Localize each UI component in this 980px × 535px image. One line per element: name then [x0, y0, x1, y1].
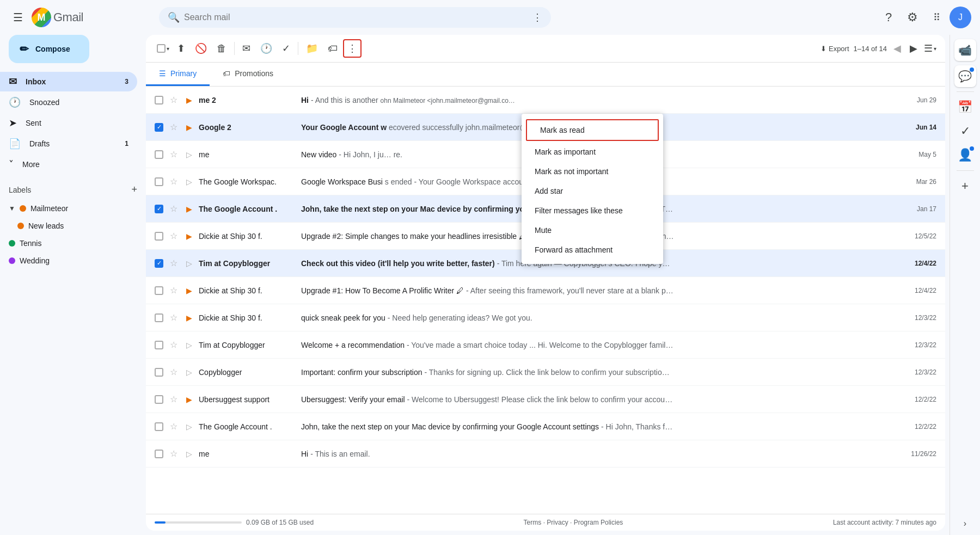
avatar[interactable]: J: [950, 7, 971, 28]
move-to-button[interactable]: 📁: [302, 39, 322, 58]
label-button[interactable]: 🏷: [323, 40, 342, 58]
tab-primary[interactable]: ☰ Primary: [146, 63, 210, 86]
nav-item-more[interactable]: ˅ More: [0, 155, 137, 174]
right-panel-contacts-icon[interactable]: 👤: [954, 144, 976, 166]
search-options-icon[interactable]: ⋮: [532, 11, 542, 23]
context-menu-item-add-star[interactable]: Add star: [522, 181, 663, 201]
important-button[interactable]: ▷: [184, 175, 194, 188]
row-checkbox[interactable]: [155, 286, 163, 295]
next-page-button[interactable]: ▶: [908, 40, 920, 57]
row-checkbox[interactable]: [155, 313, 163, 322]
row-checkbox[interactable]: [155, 341, 163, 349]
right-panel-meet-icon[interactable]: 📹: [954, 39, 976, 61]
help-icon[interactable]: ?: [878, 7, 899, 28]
settings-icon[interactable]: ⚙: [902, 7, 923, 28]
row-checkbox[interactable]: ✓: [155, 259, 163, 268]
table-row[interactable]: ☆ ▷ Copyblogger Important: confirm your …: [146, 359, 945, 386]
add-label-icon[interactable]: +: [131, 184, 137, 195]
right-panel-calendar-icon[interactable]: 📅: [954, 96, 976, 118]
export-button[interactable]: ⬇ Export: [820, 45, 849, 53]
table-row[interactable]: ☆ ▶ Ubersuggest support Ubersuggest: Ver…: [146, 386, 945, 413]
label-item-tennis[interactable]: Tennis: [0, 235, 146, 252]
right-panel-tasks-icon[interactable]: ✓: [954, 120, 976, 142]
right-panel-expand-icon[interactable]: ›: [961, 516, 969, 531]
nav-item-drafts[interactable]: 📄 Drafts 1: [0, 134, 137, 153]
nav-item-inbox[interactable]: ✉ Inbox 3: [0, 72, 137, 91]
table-row[interactable]: ☆ ▷ Tim at Copyblogger Welcome + a recom…: [146, 331, 945, 359]
row-checkbox[interactable]: [155, 450, 163, 458]
table-row[interactable]: ☆ ▷ The Google Account . John, take the …: [146, 413, 945, 440]
star-button[interactable]: ☆: [168, 93, 180, 107]
label-item-mailmeteor[interactable]: ▼ Mailmeteor: [0, 200, 146, 217]
snooze-button[interactable]: 🕐: [256, 39, 277, 58]
important-button[interactable]: ▶: [184, 202, 194, 216]
select-all-button[interactable]: ▾: [155, 41, 171, 56]
archive-button[interactable]: ⬆: [173, 39, 189, 58]
more-options-button[interactable]: ⋮: [343, 39, 362, 58]
row-checkbox[interactable]: [155, 96, 163, 104]
row-checkbox[interactable]: [155, 395, 163, 404]
important-button[interactable]: ▷: [184, 257, 194, 270]
star-button[interactable]: ☆: [168, 446, 180, 461]
important-button[interactable]: ▷: [184, 339, 194, 352]
delete-button[interactable]: 🗑: [212, 40, 231, 58]
important-button[interactable]: ▷: [184, 366, 194, 379]
context-menu-item-mark-as-not-important[interactable]: Mark as not important: [522, 162, 663, 181]
footer-program-policies[interactable]: Program Policies: [574, 519, 623, 526]
context-menu-item-forward-as-attachment[interactable]: Forward as attachment: [522, 240, 663, 260]
star-button[interactable]: ☆: [168, 310, 180, 325]
important-button[interactable]: ▶: [184, 121, 194, 134]
important-button[interactable]: ▷: [184, 420, 194, 433]
important-button[interactable]: ▶: [184, 393, 194, 406]
important-button[interactable]: ▶: [184, 284, 194, 297]
nav-item-sent[interactable]: ➤ Sent: [0, 113, 137, 133]
right-panel-chat-icon[interactable]: 💬: [954, 65, 976, 87]
footer-privacy[interactable]: Privacy: [547, 519, 568, 526]
tab-promotions[interactable]: 🏷 Promotions: [210, 63, 286, 86]
context-menu-item-filter-messages[interactable]: Filter messages like these: [522, 201, 663, 220]
context-menu-item-mark-as-read[interactable]: Mark as read: [526, 119, 659, 141]
important-button[interactable]: ▷: [184, 447, 194, 460]
star-button[interactable]: ☆: [168, 201, 180, 216]
right-panel-add-icon[interactable]: +: [954, 175, 976, 197]
star-button[interactable]: ☆: [168, 147, 180, 162]
important-button[interactable]: ▶: [184, 311, 194, 324]
compose-button[interactable]: ✏ Compose: [9, 35, 89, 63]
important-button[interactable]: ▶: [184, 230, 194, 243]
row-checkbox[interactable]: ✓: [155, 123, 163, 132]
nav-item-snoozed[interactable]: 🕐 Snoozed: [0, 93, 137, 112]
row-checkbox[interactable]: [155, 368, 163, 377]
star-button[interactable]: ☆: [168, 392, 180, 407]
row-checkbox[interactable]: [155, 232, 163, 241]
table-row[interactable]: ☆ ▶ me 2 Hi - And this is another ohn Ma…: [146, 87, 945, 114]
table-row[interactable]: ☆ ▷ me Hi - This is an email. 11/26/22: [146, 440, 945, 468]
report-spam-button[interactable]: 🚫: [191, 39, 211, 58]
view-options-button[interactable]: ☰▾: [924, 42, 936, 54]
footer-terms[interactable]: Terms: [524, 519, 542, 526]
important-button[interactable]: ▷: [184, 148, 194, 161]
star-button[interactable]: ☆: [168, 120, 180, 134]
menu-icon[interactable]: ☰: [9, 7, 27, 28]
table-row[interactable]: ☆ ▶ Dickie at Ship 30 f. Upgrade #1: How…: [146, 277, 945, 304]
table-row[interactable]: ☆ ▶ Dickie at Ship 30 f. quick sneak pee…: [146, 304, 945, 331]
row-checkbox[interactable]: ✓: [155, 205, 163, 213]
search-input[interactable]: [184, 13, 528, 22]
apps-icon[interactable]: ⠿: [926, 7, 947, 28]
star-button[interactable]: ☆: [168, 174, 180, 189]
context-menu-item-mark-as-important[interactable]: Mark as important: [522, 142, 663, 162]
star-button[interactable]: ☆: [168, 337, 180, 352]
row-checkbox[interactable]: [155, 422, 163, 431]
mark-read-button[interactable]: ✉: [238, 39, 255, 58]
prev-page-button[interactable]: ◀: [891, 40, 903, 57]
star-button[interactable]: ☆: [168, 256, 180, 270]
context-menu-item-mute[interactable]: Mute: [522, 220, 663, 240]
row-checkbox[interactable]: [155, 150, 163, 159]
star-button[interactable]: ☆: [168, 229, 180, 243]
label-item-wedding[interactable]: Wedding: [0, 252, 146, 269]
important-button[interactable]: ▶: [184, 94, 194, 107]
add-tasks-button[interactable]: ✓: [278, 39, 295, 58]
row-checkbox[interactable]: [155, 177, 163, 186]
star-button[interactable]: ☆: [168, 365, 180, 379]
star-button[interactable]: ☆: [168, 419, 180, 434]
label-item-new-leads[interactable]: New leads: [0, 217, 146, 235]
